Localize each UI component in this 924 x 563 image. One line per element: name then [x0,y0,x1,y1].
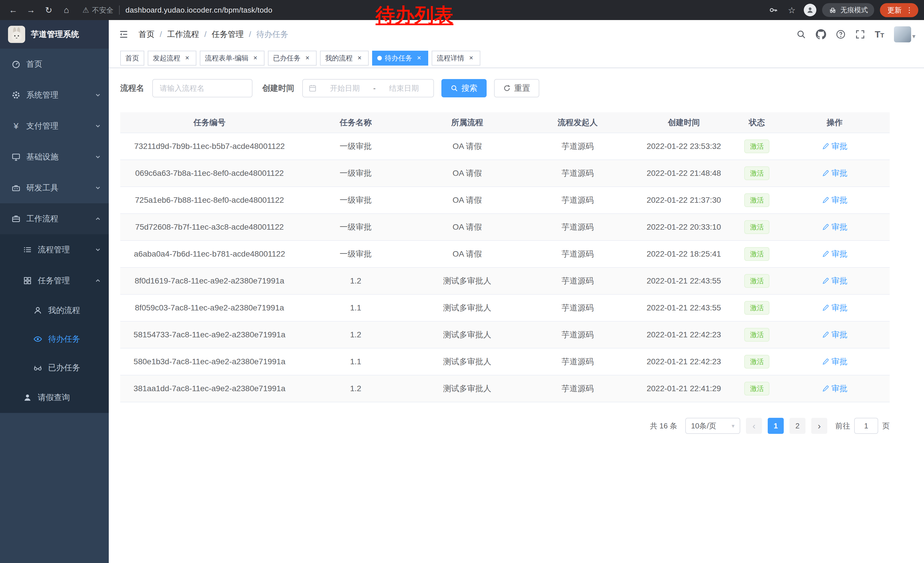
sidebar-item-done-tasks[interactable]: 已办任务 [0,353,109,382]
approve-link[interactable]: 审批 [822,356,848,367]
home-icon[interactable]: ⌂ [59,3,74,18]
help-icon[interactable] [836,30,846,39]
approve-link[interactable]: 审批 [822,383,848,394]
tab-form-edit[interactable]: 流程表单-编辑× [200,51,264,66]
close-icon[interactable]: × [356,54,363,62]
process-name-input[interactable] [152,79,252,98]
tab-todo-tasks[interactable]: 待办任务× [372,51,428,66]
cell-process: 测试多审批人 [412,348,522,375]
page-button-2[interactable]: 2 [789,418,806,434]
cell-action: 审批 [780,214,890,240]
sidebar-item-system[interactable]: 系统管理 [0,80,109,111]
back-icon[interactable]: ← [6,3,21,18]
tab-process-detail[interactable]: 流程详情× [432,51,480,66]
caret-down-icon[interactable]: ▾ [912,33,915,42]
bookmark-star-icon[interactable]: ☆ [786,4,798,17]
col-action: 操作 [780,112,890,133]
edit-icon [822,250,829,258]
close-icon[interactable]: × [415,54,423,62]
caret-down-icon: ▾ [732,422,735,429]
password-key-icon[interactable] [767,4,780,17]
approve-link[interactable]: 审批 [822,329,848,340]
breadcrumb-workflow[interactable]: 工作流程 [167,29,199,40]
approve-link[interactable]: 审批 [822,168,848,179]
font-size-icon[interactable]: TT [875,30,884,39]
table-row: 580e1b3d-7ac8-11ec-a9e2-a2380e71991a 1.1… [120,348,890,375]
prev-page-button[interactable]: ‹ [746,418,762,434]
cell-status: 激活 [734,375,780,402]
content-area: 流程名 创建时间 开始日期 - 结束日期 搜索 重 [109,68,924,563]
search-icon [450,84,458,92]
sidebar-item-infrastructure[interactable]: 基础设施 [0,141,109,173]
next-page-button[interactable]: › [811,418,827,434]
breadcrumb-home[interactable]: 首页 [138,29,154,40]
tab-start-process[interactable]: 发起流程× [148,51,196,66]
table-row: 8f0d1619-7ac8-11ec-a9e2-a2380e71991a 1.2… [120,267,890,294]
tab-my-processes[interactable]: 我的流程× [320,51,369,66]
forward-icon[interactable]: → [24,3,38,18]
sidebar-item-leave-query[interactable]: 请假查询 [0,382,109,413]
tab-home[interactable]: 首页 [120,51,144,66]
cell-process: OA 请假 [412,187,522,214]
date-range-picker[interactable]: 开始日期 - 结束日期 [302,79,434,98]
status-badge: 激活 [744,274,770,288]
browser-update-button[interactable]: 更新 ⋮ [880,3,918,17]
sidebar-item-task-management[interactable]: 任务管理 [0,265,109,296]
approve-link[interactable]: 审批 [822,195,848,206]
col-status: 状态 [734,112,780,133]
browser-profile-badge[interactable] [804,4,816,17]
edit-icon [822,143,829,150]
sidebar-item-devtools[interactable]: 研发工具 [0,173,109,203]
breadcrumb: 首页 / 工作流程 / 任务管理 / 待办任务 [138,29,288,40]
github-icon[interactable] [816,29,826,39]
security-indicator[interactable]: ⚠ 不安全 [82,6,113,15]
table-row: 725a1eb6-7b88-11ec-8ef0-acde48001122 一级审… [120,187,890,214]
user-avatar[interactable] [894,26,911,42]
reload-icon[interactable]: ↻ [41,3,56,18]
sidebar-item-my-processes[interactable]: 我的流程 [0,296,109,325]
url-text[interactable]: dashboard.yudao.iocoder.cn/bpm/task/todo [125,6,272,15]
app-logo[interactable]: 芋道管理系统 [0,20,109,49]
logo-image [8,26,25,43]
cell-action: 审批 [780,160,890,187]
approve-link[interactable]: 审批 [822,222,848,233]
goto-page-input[interactable] [854,418,878,434]
incognito-badge[interactable]: 无痕模式 [822,3,874,17]
breadcrumb-task-management[interactable]: 任务管理 [212,29,244,40]
person-icon [23,393,32,402]
close-icon[interactable]: × [251,54,260,62]
search-icon[interactable] [796,30,806,39]
sidebar-item-todo-tasks[interactable]: 待办任务 [0,325,109,353]
search-button[interactable]: 搜索 [441,79,487,98]
approve-link[interactable]: 审批 [822,275,848,286]
pagination: 共 16 条 10条/页 ▾ ‹ 1 2 › 前往 页 [120,418,890,434]
sidebar-toggle-icon[interactable] [117,28,130,41]
edit-icon [822,358,829,365]
approve-link[interactable]: 审批 [822,302,848,313]
cell-status: 激活 [734,240,780,267]
warning-icon: ⚠ [82,6,89,15]
close-icon[interactable]: × [303,54,311,62]
navbar-actions: TT ▾ [796,26,915,42]
sidebar-item-home[interactable]: 首页 [0,49,109,80]
page-button-1[interactable]: 1 [768,418,784,434]
sidebar-item-payment[interactable]: ¥ 支付管理 [0,111,109,141]
sidebar-item-workflow[interactable]: 工作流程 [0,203,109,234]
close-icon[interactable]: × [183,54,191,62]
incognito-label: 无痕模式 [840,6,868,15]
workflow-submenu: 流程管理 任务管理 我的流程 待办任务 已办 [0,234,109,413]
approve-link[interactable]: 审批 [822,141,848,152]
menu-dots-icon[interactable]: ⋮ [906,6,913,15]
status-badge: 激活 [744,301,770,315]
fullscreen-icon[interactable] [855,30,865,39]
cell-action: 审批 [780,240,890,267]
cell-created-at: 2022-01-21 22:41:29 [633,375,734,402]
approve-link[interactable]: 审批 [822,249,848,260]
close-icon[interactable]: × [467,54,475,62]
sidebar-item-process-management[interactable]: 流程管理 [0,234,109,265]
tab-done-tasks[interactable]: 已办任务× [268,51,316,66]
cell-initiator: 芋道源码 [522,294,633,321]
page-size-select[interactable]: 10条/页 ▾ [685,418,740,434]
reset-button[interactable]: 重置 [494,79,539,98]
cell-process: 测试多审批人 [412,321,522,348]
